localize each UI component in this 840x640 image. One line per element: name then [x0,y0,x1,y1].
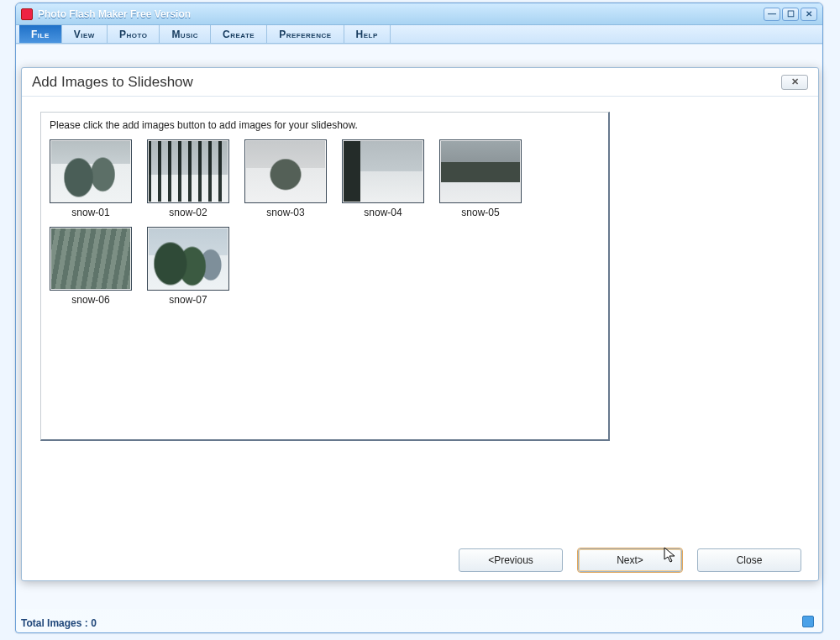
thumbnail[interactable]: snow-01 [50,139,132,218]
previous-button[interactable]: <Previous [459,548,563,572]
maximize-button[interactable]: ☐ [782,8,799,21]
dialog-body: Please click the add images button to ad… [22,97,818,540]
thumbnail[interactable]: snow-06 [50,227,132,306]
status-tray-icon [802,616,814,627]
titlebar: Photo Flash Maker Free Version — ☐ ✕ [16,3,822,25]
dialog-footer: <Previous Next> Close [22,540,818,580]
menu-create[interactable]: Create [211,25,267,43]
dialog-title: Add Images to Slideshow [32,74,193,91]
thumbnail-image[interactable] [147,227,229,291]
thumbnail-label: snow-01 [50,207,132,218]
window-controls: — ☐ ✕ [764,8,817,21]
dialog-close-button[interactable]: ✕ [781,75,808,90]
add-images-dialog: Add Images to Slideshow ✕ Please click t… [21,67,819,581]
app-icon [21,8,33,20]
app-title: Photo Flash Maker Free Version [38,8,191,20]
thumbnail-label: snow-03 [244,207,327,218]
next-button[interactable]: Next> [578,548,682,572]
thumbnail-image[interactable] [342,139,424,203]
menu-preference[interactable]: Preference [267,25,344,43]
instruction-text: Please click the add images button to ad… [50,119,600,131]
menu-music[interactable]: Music [160,25,211,43]
thumbnail-label: snow-04 [342,207,424,218]
thumbnail-label: snow-06 [50,294,132,306]
window-close-button[interactable]: ✕ [801,8,817,21]
menu-photo[interactable]: Photo [108,25,160,43]
thumbnail[interactable]: snow-02 [147,139,229,218]
thumbnail-image[interactable] [244,139,327,203]
menu-view[interactable]: View [62,25,108,43]
thumbnail-image[interactable] [439,139,522,203]
thumbnail[interactable]: snow-04 [342,139,424,218]
close-button[interactable]: Close [697,548,801,572]
menubar: File View Photo Music Create Preference … [16,25,822,44]
thumbnail[interactable]: snow-07 [147,227,229,306]
thumbnail-label: snow-05 [439,207,522,218]
minimize-button[interactable]: — [764,8,780,21]
thumbnail-image[interactable] [50,227,132,291]
thumbnail[interactable]: snow-05 [439,139,522,218]
thumbnail-grid: snow-01snow-02snow-03snow-04snow-05snow-… [50,136,600,306]
dialog-titlebar: Add Images to Slideshow ✕ [22,68,818,97]
thumbnail-image[interactable] [147,139,229,203]
content-frame: Please click the add images button to ad… [40,112,610,441]
thumbnail-label: snow-02 [147,207,229,218]
thumbnail-image[interactable] [50,139,132,203]
menu-file[interactable]: File [19,25,62,43]
menu-help[interactable]: Help [344,25,391,43]
thumbnail[interactable]: snow-03 [244,139,327,218]
thumbnail-label: snow-07 [147,294,229,306]
status-total-images: Total Images : 0 [21,617,97,629]
